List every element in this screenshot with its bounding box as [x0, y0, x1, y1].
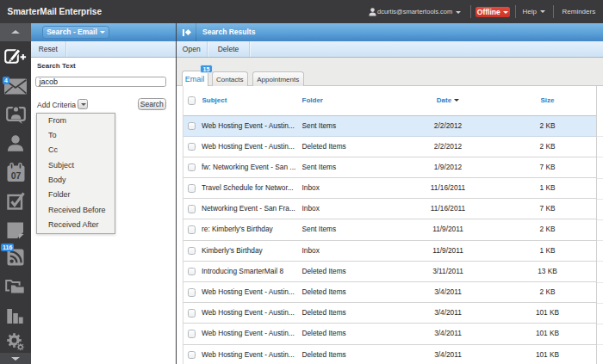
svg-text:07: 07: [10, 170, 21, 180]
